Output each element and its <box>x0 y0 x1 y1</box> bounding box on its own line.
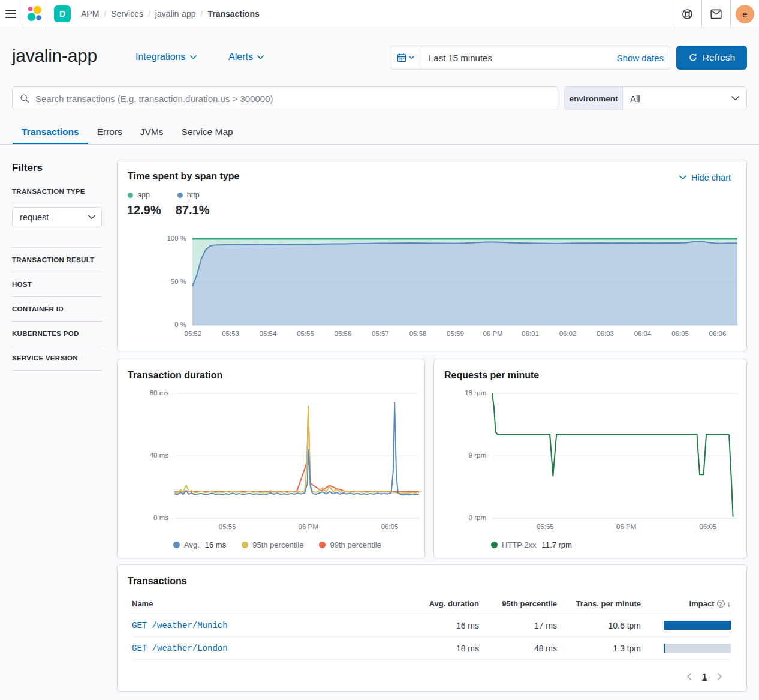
table-header-row: Name Avg. duration 95th percentile Trans… <box>132 594 731 614</box>
integrations-label: Integrations <box>135 52 186 62</box>
avg-duration-value: 16 ms <box>413 621 479 630</box>
time-spent-by-span-type-card: Time spent by span type Hide chart app h… <box>117 160 747 351</box>
span-type-chart[interactable]: 0 %50 %100 %05:5205:5305:5405:5505:5605:… <box>118 160 746 351</box>
legend-item-99th[interactable]: 99th percentile <box>319 540 381 549</box>
newsfeed-button[interactable] <box>701 0 730 28</box>
series-Avg.-line <box>174 403 419 495</box>
table-row: GET /weather/Munich 16 ms 17 ms 10.6 tpm <box>132 614 731 637</box>
breadcrumb-services[interactable]: Services <box>111 9 143 19</box>
elastic-logo[interactable] <box>22 0 47 28</box>
legend-item-avg[interactable]: Avg. 16 ms <box>173 540 226 549</box>
filter-container-id-label[interactable]: CONTAINER ID <box>12 305 64 313</box>
tab-service-map[interactable]: Service Map <box>173 120 242 144</box>
breadcrumb-separator: / <box>104 9 106 19</box>
transactions-table-title: Transactions <box>128 576 187 587</box>
transaction-link[interactable]: GET /weather/London <box>132 644 413 653</box>
tabs-divider <box>0 144 759 145</box>
tab-errors[interactable]: Errors <box>88 120 131 144</box>
filter-service-version-label[interactable]: SERVICE VERSION <box>12 354 78 362</box>
filter-transaction-result-label[interactable]: TRANSACTION RESULT <box>12 256 94 263</box>
requests-per-minute-chart[interactable]: 0 rpm9 rpm18 rpm05:5506 PM06:05 <box>434 359 746 558</box>
x-axis-tick-label: 05:52 <box>172 330 214 337</box>
x-axis-tick-label: 05:59 <box>435 330 477 337</box>
hamburger-menu-button[interactable] <box>0 0 22 28</box>
transaction-duration-plot[interactable] <box>174 393 419 518</box>
requests-per-minute-card: Requests per minute 0 rpm9 rpm18 rpm05:5… <box>433 359 747 558</box>
search-input[interactable] <box>35 94 550 104</box>
environment-value[interactable]: All <box>623 94 731 104</box>
tab-transactions[interactable]: Transactions <box>13 120 88 144</box>
transaction-duration-card: Transaction duration 0 ms40 ms80 ms05:55… <box>117 359 425 558</box>
refresh-button[interactable]: Refresh <box>676 46 747 70</box>
user-menu-button[interactable]: e <box>730 0 759 28</box>
legend-item-95th[interactable]: 95th percentile <box>242 540 303 549</box>
x-axis-tick-label: 06:05 <box>369 523 411 530</box>
transaction-link[interactable]: GET /weather/Munich <box>132 621 413 630</box>
top-navigation-bar: D APM / Services / javalin-app / Transac… <box>0 0 759 28</box>
x-axis-tick-label: 05:58 <box>397 330 439 337</box>
page-number[interactable]: 1 <box>702 672 707 681</box>
transactions-table: Name Avg. duration 95th percentile Trans… <box>132 594 731 660</box>
tab-jvms[interactable]: JVMs <box>131 120 173 144</box>
previous-page-button[interactable] <box>686 673 691 680</box>
legend-dot <box>491 542 498 548</box>
filter-host-label[interactable]: HOST <box>12 281 32 288</box>
legend-item-http-2xx[interactable]: HTTP 2xx 11.7 rpm <box>491 540 572 549</box>
quick-select-button[interactable] <box>390 46 421 69</box>
x-axis-tick-label: 06:04 <box>622 330 664 337</box>
filter-kubernetes-pod-label[interactable]: KUBERNETES POD <box>12 330 79 337</box>
column-header-avg-duration[interactable]: Avg. duration <box>413 599 479 608</box>
transaction-type-select[interactable]: request <box>12 207 102 227</box>
x-axis-tick-label: 05:54 <box>247 330 289 337</box>
time-range-value[interactable]: Last 15 minutes <box>421 53 617 63</box>
impact-help-icon[interactable]: ? <box>717 600 725 608</box>
chevron-down-icon <box>409 56 414 59</box>
duration-chart-legend: Avg. 16 ms 95th percentile 99th percenti… <box>173 540 381 549</box>
x-axis-tick-label: 05:55 <box>285 330 327 337</box>
y-axis-tick-label: 0 ms <box>132 514 168 521</box>
user-avatar: e <box>736 5 754 23</box>
divider <box>12 296 102 297</box>
x-axis-tick-label: 06 PM <box>287 523 329 530</box>
y-axis-tick-label: 80 ms <box>132 389 168 396</box>
x-axis-tick-label: 06:01 <box>509 330 551 337</box>
alerts-menu[interactable]: Alerts <box>228 52 264 62</box>
chevron-down-icon <box>88 215 95 220</box>
avg-duration-value: 18 ms <box>413 644 479 653</box>
divider <box>12 203 102 203</box>
show-dates-link[interactable]: Show dates <box>617 53 671 63</box>
space-badge[interactable]: D <box>54 5 71 22</box>
integrations-menu[interactable]: Integrations <box>135 52 197 62</box>
environment-label: environment <box>565 87 623 110</box>
impact-bar-track <box>664 644 731 653</box>
transaction-duration-chart[interactable]: 0 ms40 ms80 ms05:5506 PM06:05 <box>118 359 424 558</box>
divider <box>12 247 102 248</box>
service-tabs: Transactions Errors JVMs Service Map <box>13 120 242 144</box>
breadcrumb-service-name[interactable]: javalin-app <box>155 9 196 19</box>
column-header-impact[interactable]: Impact ? ↓ <box>641 599 731 608</box>
legend-value: 11.7 rpm <box>542 540 572 549</box>
divider <box>12 321 102 322</box>
breadcrumb-apm[interactable]: APM <box>81 9 99 19</box>
environment-dropdown-toggle[interactable] <box>731 96 746 101</box>
y-axis-tick-label: 0 rpm <box>450 514 486 521</box>
tpm-value: 1.3 tpm <box>557 644 641 653</box>
x-axis-tick-label: 05:55 <box>206 523 248 530</box>
requests-per-minute-plot[interactable] <box>492 393 737 518</box>
p95-value: 48 ms <box>479 644 557 653</box>
column-header-tpm[interactable]: Trans. per minute <box>557 599 641 608</box>
refresh-label: Refresh <box>703 52 735 63</box>
space-selector[interactable]: D <box>47 0 77 28</box>
x-axis-tick-label: 06:05 <box>687 523 729 530</box>
column-header-95th-percentile[interactable]: 95th percentile <box>479 599 557 608</box>
column-header-name[interactable]: Name <box>132 599 413 608</box>
topbar-right-actions: e <box>673 0 759 28</box>
sort-descending-icon[interactable]: ↓ <box>727 599 731 608</box>
help-menu-button[interactable] <box>673 0 701 28</box>
impact-bar <box>664 621 731 630</box>
hamburger-icon <box>5 9 16 19</box>
time-spent-by-span-type-plot[interactable] <box>192 239 737 325</box>
y-axis-tick-label: 100 % <box>150 235 186 242</box>
transactions-table-card: Transactions Name Avg. duration 95th per… <box>117 564 747 692</box>
next-page-button[interactable] <box>718 673 722 680</box>
